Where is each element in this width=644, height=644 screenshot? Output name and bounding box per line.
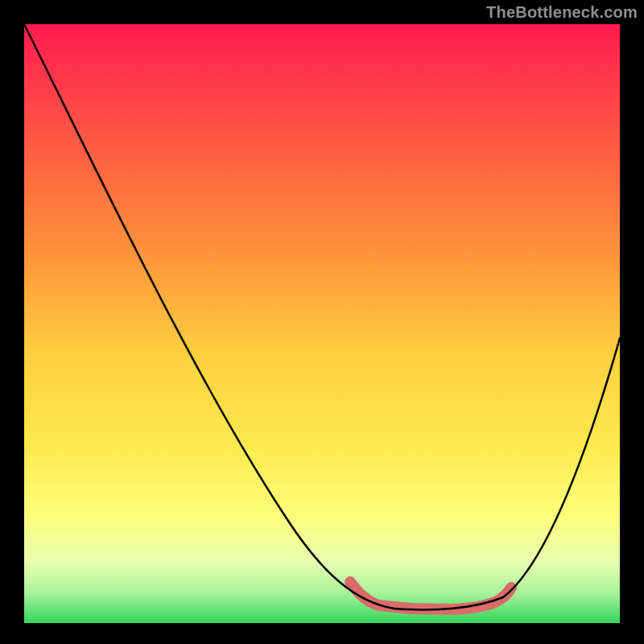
- plot-background: [24, 24, 620, 623]
- chart-stage: { "attribution": "TheBottleneck.com", "c…: [0, 0, 644, 644]
- attribution-text: TheBottleneck.com: [486, 3, 638, 22]
- highlight-start-dot: [345, 576, 355, 586]
- chart-svg: [0, 0, 644, 644]
